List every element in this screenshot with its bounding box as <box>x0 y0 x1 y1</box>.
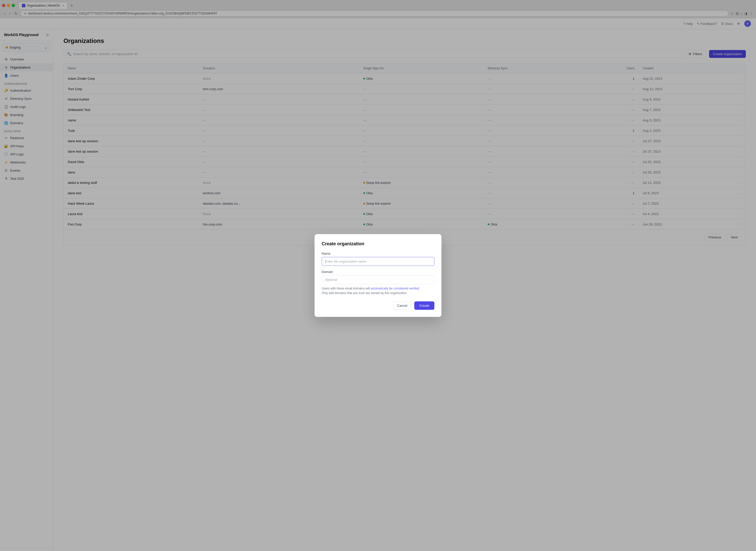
domain-label: Domain <box>322 270 434 274</box>
modal-actions: Cancel Create <box>322 302 434 310</box>
hint-text-before: Users with these email domains will <box>322 287 370 290</box>
modal-overlay[interactable]: Create organization Name Domain Users wi… <box>0 0 756 551</box>
name-label: Name <box>322 251 434 255</box>
name-input[interactable] <box>322 257 434 266</box>
cancel-button[interactable]: Cancel <box>393 302 412 310</box>
hint-link[interactable]: automatically be considered verified. <box>370 287 420 290</box>
domain-field-group: Domain Users with these email domains wi… <box>322 270 434 295</box>
domain-hint: Users with these email domains will auto… <box>322 286 434 295</box>
name-field-group: Name <box>322 251 434 266</box>
hint-text-after: Only add domains that you trust are owne… <box>322 291 408 295</box>
domain-input[interactable] <box>322 275 434 284</box>
create-button[interactable]: Create <box>414 302 434 310</box>
create-organization-modal: Create organization Name Domain Users wi… <box>314 234 442 317</box>
modal-title: Create organization <box>322 241 434 246</box>
